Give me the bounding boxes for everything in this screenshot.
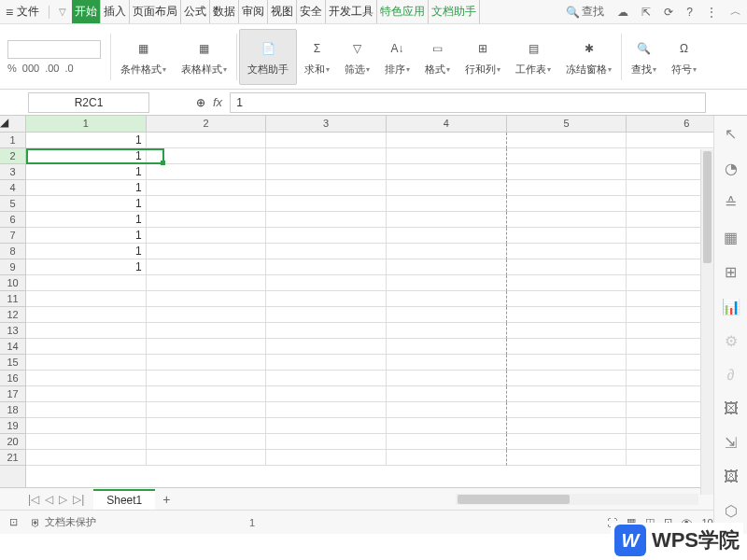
cell[interactable] bbox=[147, 371, 267, 386]
cell[interactable] bbox=[26, 418, 147, 434]
tab-安全[interactable]: 安全 bbox=[297, 0, 326, 23]
column-header[interactable]: 2 bbox=[147, 116, 267, 132]
cell[interactable] bbox=[147, 180, 267, 196]
cells-grid[interactable]: 111111111 bbox=[26, 133, 747, 487]
column-header[interactable]: 1 bbox=[26, 116, 147, 132]
cell[interactable] bbox=[507, 180, 627, 196]
cell[interactable] bbox=[26, 275, 147, 291]
cell[interactable] bbox=[266, 212, 387, 228]
cell[interactable] bbox=[387, 355, 507, 371]
menu-icon[interactable]: ≡ bbox=[6, 5, 13, 20]
sheet-tab[interactable]: Sheet1 bbox=[93, 489, 155, 510]
pointer-icon[interactable]: ↖ bbox=[725, 125, 737, 143]
cell[interactable] bbox=[147, 323, 267, 339]
row-header[interactable]: 17 bbox=[0, 386, 25, 402]
row-header[interactable]: 11 bbox=[0, 291, 25, 307]
cell[interactable] bbox=[147, 402, 267, 418]
row-header[interactable]: 8 bbox=[0, 244, 25, 259]
row-header[interactable]: 14 bbox=[0, 339, 25, 355]
ribbon-条件格式[interactable]: ▦条件格式▾ bbox=[113, 29, 174, 85]
column-header[interactable]: 3 bbox=[266, 116, 387, 132]
style-selector[interactable] bbox=[7, 40, 101, 59]
cell[interactable] bbox=[507, 244, 627, 259]
column-header[interactable]: 5 bbox=[507, 116, 627, 132]
cell[interactable] bbox=[507, 148, 627, 164]
tab-特色应用[interactable]: 特色应用 bbox=[377, 0, 429, 23]
chart-icon[interactable]: 📊 bbox=[722, 298, 740, 315]
cell[interactable]: 1 bbox=[26, 259, 147, 275]
fx-icon[interactable]: fx bbox=[213, 95, 222, 109]
prev-sheet-icon[interactable]: ◁ bbox=[45, 493, 53, 506]
cell[interactable] bbox=[26, 434, 147, 450]
cell[interactable] bbox=[387, 402, 507, 418]
row-header[interactable]: 2 bbox=[0, 148, 25, 164]
ribbon-格式[interactable]: ▭格式▾ bbox=[417, 29, 458, 85]
gallery-icon[interactable]: 🖼 bbox=[724, 469, 739, 485]
row-header[interactable]: 13 bbox=[0, 323, 25, 339]
cell[interactable] bbox=[387, 164, 507, 180]
cell[interactable] bbox=[387, 275, 507, 291]
dropdown-icon[interactable]: ▽ bbox=[59, 7, 66, 17]
cell[interactable]: 1 bbox=[26, 244, 147, 259]
cell[interactable] bbox=[147, 434, 267, 450]
cell[interactable] bbox=[26, 291, 147, 307]
cell[interactable] bbox=[507, 402, 627, 418]
cell[interactable] bbox=[266, 355, 387, 371]
cell[interactable] bbox=[26, 386, 147, 402]
cell[interactable] bbox=[147, 386, 267, 402]
select-all-corner[interactable]: ◢ bbox=[0, 116, 26, 133]
row-header[interactable]: 5 bbox=[0, 196, 25, 212]
last-sheet-icon[interactable]: ▷| bbox=[73, 493, 84, 506]
cloud-icon[interactable]: ☁ bbox=[617, 6, 628, 19]
table-icon[interactable]: ▦ bbox=[724, 229, 738, 246]
row-header[interactable]: 18 bbox=[0, 402, 25, 418]
scrollbar-thumb[interactable] bbox=[703, 151, 712, 263]
cell[interactable] bbox=[266, 133, 387, 148]
collapse-icon[interactable]: ︿ bbox=[730, 4, 741, 20]
thousands-icon[interactable]: 000 bbox=[22, 63, 39, 74]
cell[interactable] bbox=[266, 386, 387, 402]
row-header[interactable]: 21 bbox=[0, 450, 25, 466]
row-header[interactable]: 7 bbox=[0, 228, 25, 244]
cell[interactable] bbox=[387, 244, 507, 259]
cell[interactable]: 1 bbox=[26, 180, 147, 196]
cell[interactable]: 1 bbox=[26, 212, 147, 228]
cell[interactable] bbox=[507, 275, 627, 291]
more-icon[interactable]: ⋮ bbox=[706, 6, 717, 19]
cell[interactable]: 1 bbox=[26, 228, 147, 244]
apps-icon[interactable]: ⊞ bbox=[725, 263, 737, 281]
cell[interactable] bbox=[507, 196, 627, 212]
cell[interactable] bbox=[266, 291, 387, 307]
cell[interactable] bbox=[147, 212, 267, 228]
cell[interactable] bbox=[387, 323, 507, 339]
ribbon-工作表[interactable]: ▤工作表▾ bbox=[508, 29, 558, 85]
cell[interactable] bbox=[507, 339, 627, 355]
cell[interactable] bbox=[26, 402, 147, 418]
column-header[interactable]: 4 bbox=[387, 116, 507, 132]
tab-插入[interactable]: 插入 bbox=[101, 0, 130, 23]
cell[interactable] bbox=[266, 434, 387, 450]
cell[interactable] bbox=[26, 371, 147, 386]
layout-icon[interactable]: ⊡ bbox=[9, 516, 18, 528]
share-icon[interactable]: ⇱ bbox=[641, 6, 651, 19]
cell[interactable] bbox=[387, 434, 507, 450]
cell[interactable] bbox=[387, 291, 507, 307]
link-icon[interactable]: ∂ bbox=[727, 367, 735, 384]
tab-审阅[interactable]: 审阅 bbox=[239, 0, 268, 23]
cell[interactable] bbox=[507, 355, 627, 371]
ribbon-表格样式[interactable]: ▦表格样式▾ bbox=[174, 29, 234, 85]
cell[interactable] bbox=[266, 148, 387, 164]
add-sheet-button[interactable]: + bbox=[162, 492, 170, 507]
history-icon[interactable]: ⟳ bbox=[664, 6, 673, 19]
image-icon[interactable]: 🖾 bbox=[724, 400, 739, 417]
cell[interactable] bbox=[266, 323, 387, 339]
ribbon-排序[interactable]: A↓排序▾ bbox=[377, 29, 417, 85]
tab-开始[interactable]: 开始 bbox=[72, 0, 101, 23]
name-box[interactable]: R2C1 bbox=[28, 92, 149, 113]
cell[interactable] bbox=[507, 323, 627, 339]
increase-decimal-icon[interactable]: .0 bbox=[64, 63, 73, 74]
row-header[interactable]: 12 bbox=[0, 307, 25, 323]
cell[interactable] bbox=[507, 164, 627, 180]
cell[interactable] bbox=[147, 450, 267, 466]
cell[interactable] bbox=[507, 434, 627, 450]
